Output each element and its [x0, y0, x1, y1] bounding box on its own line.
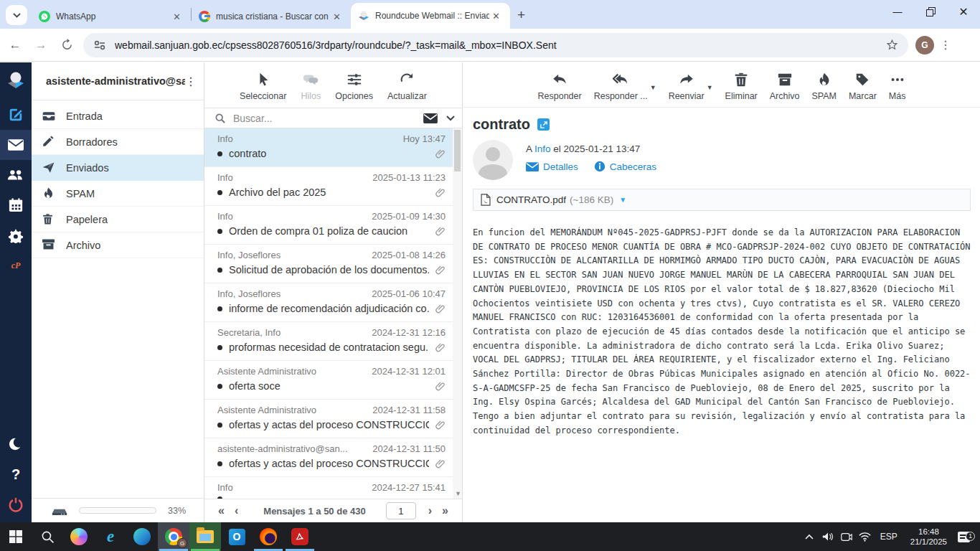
message-list-item[interactable]: InfoHoy 13:47 contrato — [204, 128, 453, 167]
settings-nav-button[interactable] — [0, 220, 32, 250]
start-button[interactable] — [0, 522, 32, 551]
scrollbar-thumb[interactable] — [454, 130, 461, 171]
url-bar[interactable]: webmail.sanjuan.gob.ec/cpsess8028760516/… — [83, 33, 908, 57]
meet-now-icon[interactable] — [837, 532, 856, 542]
cpanel-button[interactable]: cP — [0, 250, 32, 281]
archive-button[interactable]: Archivo — [770, 72, 800, 101]
folder-item-papelera[interactable]: Papelera — [32, 207, 204, 232]
message-list-item[interactable]: Info2024-12-27 15:41 — [204, 477, 453, 499]
new-tab-button[interactable]: + — [517, 7, 525, 23]
acrobat-button[interactable] — [284, 522, 316, 551]
search-scope-mail-icon[interactable] — [423, 113, 438, 123]
taskbar-search-button[interactable] — [32, 522, 63, 551]
help-button[interactable]: ? — [0, 459, 32, 489]
reply-button[interactable]: Responder — [538, 72, 582, 101]
account-header[interactable]: asistente-administrativo@sa... ⋮ — [32, 62, 204, 100]
message-list-item[interactable]: Secretaria, Info2024-12-31 12:16 proform… — [204, 322, 453, 361]
forward-dropdown-icon[interactable]: ▼ — [707, 84, 713, 101]
details-toggle[interactable]: Detalles — [526, 161, 578, 172]
next-page-button[interactable]: › — [423, 504, 437, 517]
search-input[interactable] — [233, 113, 423, 124]
delete-button[interactable]: Eliminar — [725, 72, 758, 101]
account-menu-icon[interactable]: ⋮ — [185, 80, 197, 83]
first-page-button[interactable]: « — [213, 504, 230, 517]
recipient-link[interactable]: Info — [534, 143, 551, 154]
dark-mode-button[interactable] — [0, 429, 32, 459]
message-list-item[interactable]: Info, Joseflores2025-01-08 14:26 Solicit… — [204, 245, 453, 283]
logout-button[interactable] — [0, 489, 32, 519]
search-options-chevron-icon[interactable] — [446, 116, 455, 121]
last-page-button[interactable]: » — [437, 504, 453, 517]
site-info-icon[interactable] — [93, 40, 106, 50]
message-list-item[interactable]: Info2025-01-09 14:30 Orden de compra 01 … — [204, 206, 453, 245]
browser-menu-icon[interactable]: ⋮ — [940, 43, 951, 47]
mark-button[interactable]: Marcar — [849, 72, 877, 101]
language-indicator[interactable]: ESP — [875, 532, 903, 542]
calendar-icon — [9, 198, 23, 212]
folder-item-enviados[interactable]: Enviados — [32, 155, 204, 181]
message-list-item[interactable]: Asistente Administrativo2024-12-31 12:01… — [204, 361, 453, 400]
forward-icon[interactable]: → — [30, 34, 52, 56]
minimize-button[interactable]: — — [881, 0, 914, 23]
message-list-item[interactable]: Info2025-01-13 11:23 Archivo del pac 202… — [204, 167, 453, 206]
roundcube-logo[interactable] — [0, 62, 32, 100]
folder-item-entrada[interactable]: Entrada — [32, 103, 204, 129]
back-icon[interactable]: ← — [4, 34, 26, 56]
spam-button[interactable]: SPAM — [811, 72, 837, 101]
folder-item-archivo[interactable]: Archivo — [32, 232, 204, 258]
contacts-nav-button[interactable] — [0, 160, 32, 190]
volume-icon[interactable] — [819, 532, 837, 542]
options-button[interactable]: Opciones — [335, 72, 373, 101]
wifi-icon[interactable] — [856, 532, 875, 542]
reply-all-button[interactable]: Responder ... — [594, 72, 648, 101]
outlook-button[interactable]: O — [221, 522, 253, 551]
list-scrollbar[interactable]: ▼ — [453, 128, 462, 499]
whatsapp-icon — [39, 11, 50, 22]
refresh-list-button[interactable]: Actualizar — [387, 72, 427, 101]
internet-explorer-button[interactable]: e — [95, 522, 126, 551]
page-number-input[interactable] — [386, 502, 416, 519]
firefox-button[interactable] — [253, 522, 284, 551]
message-list-item[interactable]: asistente-administrativo@san...2024-12-3… — [204, 438, 453, 477]
tray-chevron-icon[interactable] — [800, 534, 819, 540]
edge-button[interactable] — [126, 522, 158, 551]
action-center-button[interactable]: 1 — [954, 532, 973, 542]
open-in-new-window-icon[interactable] — [537, 118, 550, 131]
message-list-item[interactable]: Info, Joseflores2025-01-06 10:47 informe… — [204, 283, 453, 322]
more-button[interactable]: Más — [889, 72, 906, 101]
refresh-icon[interactable] — [56, 34, 77, 56]
window-controls: — ✕ — [881, 0, 980, 23]
close-window-button[interactable]: ✕ — [947, 0, 980, 23]
mail-nav-button[interactable] — [0, 130, 32, 160]
calendar-nav-button[interactable] — [0, 190, 32, 220]
maximize-button[interactable] — [914, 0, 947, 23]
prev-page-button[interactable]: ‹ — [230, 504, 243, 517]
close-tab-icon[interactable]: ✕ — [170, 10, 184, 24]
forward-button[interactable]: Reenviar — [669, 72, 705, 101]
folder-item-spam[interactable]: SPAM — [32, 181, 204, 207]
reply-all-dropdown-icon[interactable]: ▼ — [650, 84, 656, 101]
message-list-item[interactable]: Asistente Administrativo2024-12-31 11:58… — [204, 400, 453, 438]
bookmark-star-icon[interactable] — [886, 39, 898, 51]
folder-item-borradores[interactable]: Borradores — [32, 129, 204, 155]
message-date: 2024-12-31 11:50 — [372, 443, 446, 454]
select-button[interactable]: Seleccionar — [240, 72, 286, 101]
attachment-dropdown-icon[interactable]: ▼ — [619, 196, 626, 204]
file-explorer-button[interactable] — [189, 522, 221, 551]
tab-search-button[interactable] — [6, 5, 27, 25]
taskbar-clock[interactable]: 16:48 21/1/2025 — [903, 527, 954, 547]
chrome-button[interactable]: G — [158, 522, 189, 551]
profile-avatar[interactable]: G — [915, 36, 934, 55]
tab-google-search[interactable]: musica cristiana - Buscar con G ✕ — [192, 4, 351, 29]
compose-button[interactable] — [0, 100, 32, 130]
headers-toggle[interactable]: Cabeceras — [594, 161, 656, 172]
threads-button[interactable]: Hilos — [301, 72, 321, 101]
copilot-button[interactable] — [63, 522, 95, 551]
attachment-row[interactable]: CONTRATO.pdf (~186 KB) ▼ — [473, 189, 971, 211]
tab-whatsapp[interactable]: WhatsApp ✕ — [32, 4, 191, 29]
attachment-name[interactable]: CONTRATO.pdf — [496, 194, 566, 205]
scroll-down-icon[interactable]: ▼ — [455, 490, 461, 497]
tab-roundcube-active[interactable]: Roundcube Webmail :: Enviado ✕ — [351, 3, 510, 29]
close-tab-icon[interactable]: ✕ — [489, 9, 503, 23]
close-tab-icon[interactable]: ✕ — [330, 10, 344, 24]
